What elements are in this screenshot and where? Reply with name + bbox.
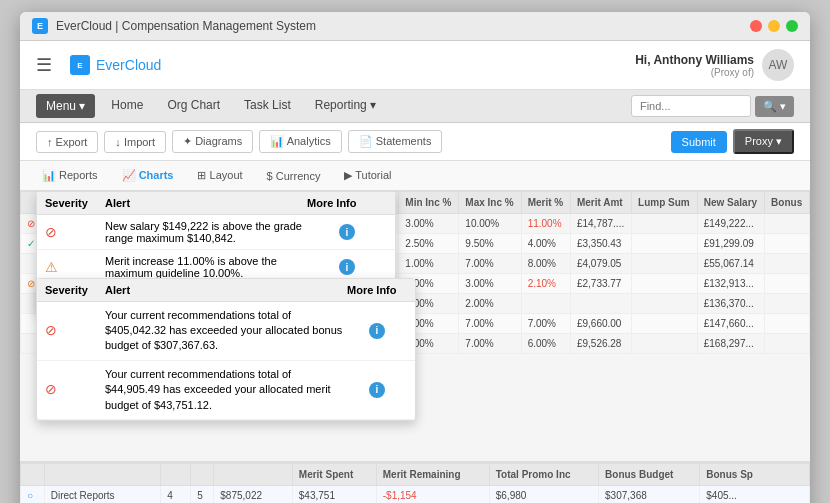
nav-reporting[interactable]: Reporting ▾	[303, 90, 388, 122]
row-lump-sum	[632, 334, 698, 354]
sum-col-bonus-sp: Bonus Sp	[700, 464, 810, 486]
row-new-salary: £168,297...	[697, 334, 764, 354]
row-bonus	[765, 214, 810, 234]
sum-row-icon: ○	[21, 486, 45, 504]
menu-button[interactable]: Menu ▾	[36, 94, 95, 118]
window-controls	[750, 20, 798, 32]
sum-col-salary	[214, 464, 292, 486]
row-merit-pct: 6.00%	[521, 334, 570, 354]
nav-task-list[interactable]: Task List	[232, 90, 303, 122]
col-bonus: Bonus	[765, 192, 810, 214]
row-bonus	[765, 314, 810, 334]
sum-col-merit-spent: Merit Spent	[292, 464, 376, 486]
alert-severity-error-1: ⊘	[45, 224, 105, 240]
bottom-alert-severity-1: ⊘	[45, 321, 105, 341]
bottom-alert-col-s: Severity	[45, 284, 105, 296]
title-bar: E EverCloud | Compensation Management Sy…	[20, 12, 810, 41]
submit-button[interactable]: Submit	[671, 131, 727, 153]
sum-row-salary: $875,022	[214, 486, 292, 504]
statements-button[interactable]: 📄 Statements	[348, 130, 443, 153]
row-max-inc: 2.00%	[459, 294, 521, 314]
alert-overlay-bottom: Severity Alert More Info ⊘ Your current …	[36, 278, 416, 421]
col-lump-sum: Lump Sum	[632, 192, 698, 214]
row-merit-amt: £9,660.00	[570, 314, 631, 334]
minimize-button[interactable]	[768, 20, 780, 32]
analytics-button[interactable]: 📊 Analytics	[259, 130, 341, 153]
sum-row-merit-remaining: -$1,154	[376, 486, 489, 504]
alert-text-1: New salary $149,222 is above the grade r…	[105, 220, 307, 244]
bottom-alert-info-btn-2[interactable]: i	[369, 382, 385, 398]
col-min-inc: Min Inc %	[399, 192, 459, 214]
bottom-alert-severity-2: ⊘	[45, 380, 105, 400]
proxy-button[interactable]: Proxy ▾	[733, 129, 794, 154]
row-new-salary: £55,067.14	[697, 254, 764, 274]
export-button[interactable]: ↑ Export	[36, 131, 98, 153]
sec-tb-charts[interactable]: 📈 Charts	[116, 166, 180, 185]
row-merit-amt: £4,079.05	[570, 254, 631, 274]
logo-icon: E	[70, 55, 90, 75]
sum-row-total-promo: $6,980	[489, 486, 598, 504]
sum-col-total-promo: Total Promo Inc	[489, 464, 598, 486]
row-merit-amt: £14,787....	[570, 214, 631, 234]
close-button[interactable]	[750, 20, 762, 32]
diagrams-button[interactable]: ✦ Diagrams	[172, 130, 253, 153]
row-min-inc: 3.00%	[399, 214, 459, 234]
alert-info-btn-1[interactable]: i	[339, 224, 355, 240]
search-input[interactable]	[631, 95, 751, 117]
search-button[interactable]: 🔍 ▾	[755, 96, 794, 117]
row-merit-amt	[570, 294, 631, 314]
sum-col-merit-remaining: Merit Remaining	[376, 464, 489, 486]
bottom-alert-info-btn-1[interactable]: i	[369, 323, 385, 339]
row-bonus	[765, 334, 810, 354]
nav-home[interactable]: Home	[99, 90, 155, 122]
row-min-inc: 1.00%	[399, 254, 459, 274]
sum-row-bonus-sp: $405...	[700, 486, 810, 504]
hamburger-menu[interactable]: ☰	[36, 54, 52, 76]
row-merit-amt: £3,350.43	[570, 234, 631, 254]
row-min-inc: 2.50%	[399, 234, 459, 254]
row-new-salary: £91,299.09	[697, 234, 764, 254]
row-merit-pct: 8.00%	[521, 254, 570, 274]
sec-tb-layout[interactable]: ⊞ Layout	[191, 166, 248, 185]
main-toolbar: ↑ Export ↓ Import ✦ Diagrams 📊 Analytics…	[20, 123, 810, 161]
row-max-inc: 9.50%	[459, 234, 521, 254]
col-merit-pct: Merit %	[521, 192, 570, 214]
row-lump-sum	[632, 314, 698, 334]
row-merit-pct: 11.00%	[521, 214, 570, 234]
sum-row-merit-spent: $43,751	[292, 486, 376, 504]
bottom-alert-text-1: Your current recommendations total of $4…	[105, 308, 347, 354]
user-proxy: (Proxy of)	[635, 67, 754, 78]
user-avatar: AW	[762, 49, 794, 81]
sum-row-col3: 5	[191, 486, 214, 504]
row-new-salary: £149,222...	[697, 214, 764, 234]
row-lump-sum	[632, 234, 698, 254]
sum-row-count: 4	[161, 486, 191, 504]
row-merit-pct: 2.10%	[521, 274, 570, 294]
alert-col-moreinfo: More Info	[307, 197, 387, 209]
sec-tb-reports[interactable]: 📊 Reports	[36, 166, 104, 185]
bottom-alert-header: Severity Alert More Info	[37, 279, 415, 302]
alert-severity-warning-2: ⚠	[45, 259, 105, 275]
summary-table: Merit Spent Merit Remaining Total Promo …	[20, 463, 810, 503]
alert-header: Severity Alert More Info	[37, 192, 395, 215]
bottom-alert-row-1: ⊘ Your current recommendations total of …	[37, 302, 415, 361]
import-button[interactable]: ↓ Import	[104, 131, 166, 153]
row-new-salary: £132,913...	[697, 274, 764, 294]
col-merit-amt: Merit Amt	[570, 192, 631, 214]
alert-info-btn-2[interactable]: i	[339, 259, 355, 275]
nav-org-chart[interactable]: Org Chart	[155, 90, 232, 122]
alert-col-severity: Severity	[45, 197, 105, 209]
secondary-toolbar: 📊 Reports 📈 Charts ⊞ Layout $ Currency ▶…	[20, 161, 810, 191]
row-new-salary: £136,370...	[697, 294, 764, 314]
summary-section: Merit Spent Merit Remaining Total Promo …	[20, 461, 810, 503]
sec-tb-tutorial[interactable]: ▶ Tutorial	[338, 166, 397, 185]
summary-row-direct: ○ Direct Reports 4 5 $875,022 $43,751 -$…	[21, 486, 810, 504]
sec-tb-currency[interactable]: $ Currency	[261, 167, 327, 185]
row-bonus	[765, 234, 810, 254]
window-title: EverCloud | Compensation Management Syst…	[56, 19, 316, 33]
row-max-inc: 7.00%	[459, 334, 521, 354]
col-new-salary: New Salary	[697, 192, 764, 214]
row-lump-sum	[632, 214, 698, 234]
maximize-button[interactable]	[786, 20, 798, 32]
row-lump-sum	[632, 274, 698, 294]
